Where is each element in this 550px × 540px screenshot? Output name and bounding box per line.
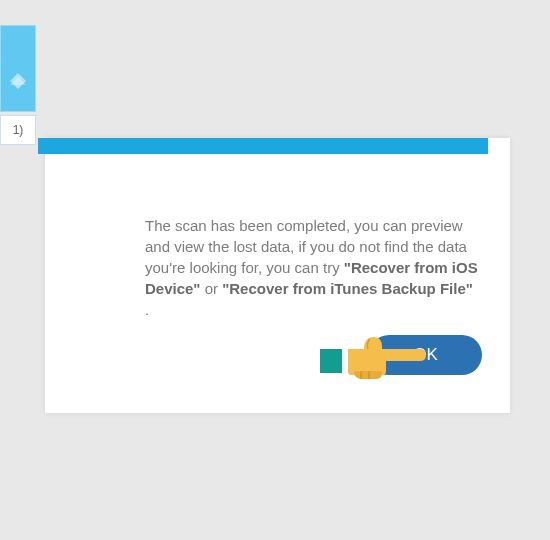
sidebar-tile-label: 1) bbox=[13, 123, 24, 137]
sidebar-tile[interactable] bbox=[0, 25, 36, 112]
dialog-suffix: . bbox=[145, 301, 149, 318]
svg-rect-0 bbox=[320, 349, 346, 373]
dialog-title-bar bbox=[38, 138, 488, 154]
dialog-message: The scan has been completed, you can pre… bbox=[145, 215, 480, 320]
scan-complete-dialog: The scan has been completed, you can pre… bbox=[45, 138, 510, 413]
svg-rect-3 bbox=[368, 371, 370, 379]
svg-rect-2 bbox=[360, 371, 362, 379]
ok-button-label: OK bbox=[413, 345, 438, 364]
dialog-joiner: or bbox=[205, 280, 223, 297]
ok-button[interactable]: OK bbox=[369, 335, 482, 375]
dialog-option-2: "Recover from iTunes Backup File" bbox=[222, 280, 473, 297]
svg-rect-1 bbox=[342, 349, 348, 373]
tile-icon bbox=[8, 71, 28, 91]
sidebar-tile-label-box: 1) bbox=[0, 115, 36, 145]
